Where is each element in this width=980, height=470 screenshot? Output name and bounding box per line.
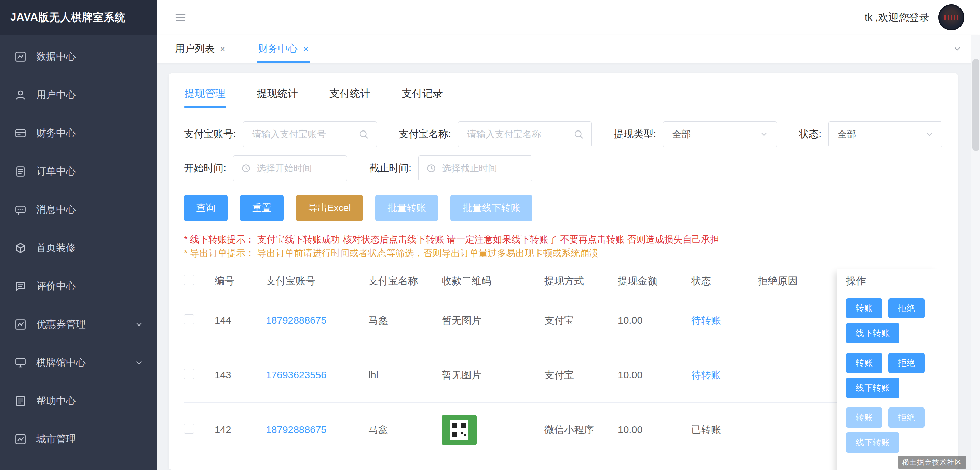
row-actions: 转账 拒绝 线下转账 xyxy=(846,294,943,348)
row-checkbox[interactable] xyxy=(184,314,194,324)
menu-fold-icon[interactable] xyxy=(173,12,187,23)
filter-status: 状态: 全部 xyxy=(799,121,942,147)
alipay-account-input[interactable] xyxy=(243,121,377,147)
cell-account-link[interactable]: 17693623556 xyxy=(266,370,326,381)
transfer-button[interactable]: 转账 xyxy=(846,298,882,318)
welcome-text: tk ,欢迎您登录 xyxy=(864,11,929,25)
sidebar-item-review-center[interactable]: 评价中心 xyxy=(0,267,157,305)
chevron-down-icon xyxy=(760,130,768,139)
sidebar-item-user-center[interactable]: 用户中心 xyxy=(0,76,157,114)
cell-method: 支付宝 xyxy=(544,368,618,382)
workspace-tabbar: 用户列表 × 财务中心 × xyxy=(157,35,980,63)
reject-button[interactable]: 拒绝 xyxy=(888,298,924,318)
search-icon[interactable] xyxy=(358,129,369,139)
select-value: 全部 xyxy=(837,128,856,140)
cell-id: 144 xyxy=(215,315,266,326)
user-icon xyxy=(14,89,27,101)
col-header-method: 提现方式 xyxy=(544,274,618,288)
chevron-down-icon xyxy=(925,130,934,139)
search-icon[interactable] xyxy=(573,129,584,139)
offline-transfer-button[interactable]: 线下转账 xyxy=(846,323,899,343)
sidebar: JAVA版无人棋牌室系统 数据中心 用户中心 财务中心 订单中心 消息中心 xyxy=(0,0,157,470)
action-column: 操作 转账 拒绝 线下转账 转账 拒绝 线下转账 转账 xyxy=(837,269,943,470)
topbar: tk ,欢迎您登录 xyxy=(157,0,980,35)
sidebar-item-chess-hall-center[interactable]: 棋牌馆中心 xyxy=(0,344,157,382)
query-button[interactable]: 查询 xyxy=(184,195,228,221)
close-icon[interactable]: × xyxy=(220,44,225,53)
city-icon xyxy=(14,433,27,445)
workspace-tab-user-list[interactable]: 用户列表 × xyxy=(173,35,226,62)
tab-payment-stats[interactable]: 支付统计 xyxy=(329,87,371,108)
row-actions: 转账 拒绝 线下转账 xyxy=(846,348,943,403)
workspace-tab-label: 用户列表 xyxy=(175,42,215,56)
sidebar-item-message-center[interactable]: 消息中心 xyxy=(0,191,157,229)
sidebar-item-finance-center[interactable]: 财务中心 xyxy=(0,114,157,152)
notices: * 线下转账提示： 支付宝线下转账成功 核对状态后点击线下转账 请一定注意如果线… xyxy=(184,233,943,260)
batch-transfer-button[interactable]: 批量转账 xyxy=(375,195,438,221)
sidebar-item-label: 优惠券管理 xyxy=(36,318,86,331)
filter-label: 提现类型: xyxy=(614,127,656,141)
reject-button[interactable]: 拒绝 xyxy=(888,353,924,373)
transfer-button[interactable]: 转账 xyxy=(846,353,882,373)
filter-alipay-name: 支付宝名称: xyxy=(399,121,592,147)
action-button-row: 查询 重置 导出Excel 批量转账 批量线下转账 xyxy=(184,195,943,221)
avatar[interactable] xyxy=(938,5,964,30)
sidebar-item-coupon-manage[interactable]: 优惠券管理 xyxy=(0,305,157,344)
data-chart-icon xyxy=(14,51,27,63)
cube-icon xyxy=(14,242,27,254)
table-row: 142 18792888675 马鑫 xyxy=(184,403,837,457)
cell-account-link[interactable]: 18792888675 xyxy=(266,424,326,435)
withdraw-type-select[interactable]: 全部 xyxy=(663,121,777,147)
row-checkbox[interactable] xyxy=(184,369,194,379)
filter-row-1: 支付宝账号: 支付宝名称: 提现类型: xyxy=(184,121,943,147)
col-header-reason: 拒绝原因 xyxy=(758,274,837,288)
close-icon[interactable]: × xyxy=(303,44,308,53)
sidebar-item-order-center[interactable]: 订单中心 xyxy=(0,152,157,191)
select-all-checkbox[interactable] xyxy=(184,275,194,285)
workspace-tab-label: 财务中心 xyxy=(258,42,298,56)
alipay-name-input[interactable] xyxy=(458,121,592,147)
workspace-tab-finance-center[interactable]: 财务中心 × xyxy=(257,35,310,62)
transfer-button[interactable]: 转账 xyxy=(846,408,882,428)
reset-button[interactable]: 重置 xyxy=(240,195,283,221)
status-select[interactable]: 全部 xyxy=(828,121,942,147)
clock-icon xyxy=(241,164,251,173)
sidebar-item-label: 数据中心 xyxy=(36,50,76,64)
tab-list-dropdown[interactable] xyxy=(946,35,968,62)
filter-start-time: 开始时间: xyxy=(184,156,347,181)
sidebar-item-label: 财务中心 xyxy=(36,126,76,140)
sidebar-item-city-manage[interactable]: 城市管理 xyxy=(0,420,157,458)
sidebar-item-help-center[interactable]: 帮助中心 xyxy=(0,382,157,420)
sidebar-item-home-decorate[interactable]: 首页装修 xyxy=(0,229,157,267)
col-header-status: 状态 xyxy=(691,274,758,288)
withdraw-table: 编号 支付宝账号 支付宝名称 收款二维码 提现方式 提现金额 状态 拒绝原因 1… xyxy=(184,269,943,470)
content-tabs: 提现管理 提现统计 支付统计 支付记录 xyxy=(184,87,943,108)
status-badge: 待转账 xyxy=(691,314,758,327)
watermark: 稀土掘金技术社区 xyxy=(898,456,966,468)
cell-account-link[interactable]: 18792888675 xyxy=(266,315,326,326)
offline-transfer-button[interactable]: 线下转账 xyxy=(846,432,899,453)
scrollbar-thumb[interactable] xyxy=(972,59,979,151)
cell-qrcode: 暂无图片 xyxy=(442,368,544,382)
sidebar-item-label: 消息中心 xyxy=(36,203,76,216)
reject-button[interactable]: 拒绝 xyxy=(888,408,924,428)
offline-transfer-notice: * 线下转账提示： 支付宝线下转账成功 核对状态后点击线下转账 请一定注意如果线… xyxy=(184,233,943,246)
sidebar-item-data-center[interactable]: 数据中心 xyxy=(0,38,157,76)
sidebar-item-label: 棋牌馆中心 xyxy=(36,356,86,370)
batch-offline-transfer-button[interactable]: 批量线下转账 xyxy=(450,195,532,221)
tab-withdraw-manage[interactable]: 提现管理 xyxy=(184,87,226,108)
filter-row-2: 开始时间: 截止时间: xyxy=(184,156,943,181)
offline-transfer-button[interactable]: 线下转账 xyxy=(846,378,899,398)
message-icon xyxy=(14,203,27,216)
page-scrollbar[interactable] xyxy=(971,35,980,470)
col-header-actions: 操作 xyxy=(846,269,943,294)
qrcode-image[interactable] xyxy=(442,414,477,445)
coupon-icon xyxy=(14,318,27,331)
tab-payment-records[interactable]: 支付记录 xyxy=(401,87,444,108)
cell-id: 142 xyxy=(215,424,266,435)
tab-withdraw-stats[interactable]: 提现统计 xyxy=(256,87,299,108)
sidebar-item-label: 订单中心 xyxy=(36,165,76,178)
cell-amount: 10.00 xyxy=(618,424,691,435)
row-checkbox[interactable] xyxy=(184,424,194,434)
export-excel-button[interactable]: 导出Excel xyxy=(296,195,363,221)
